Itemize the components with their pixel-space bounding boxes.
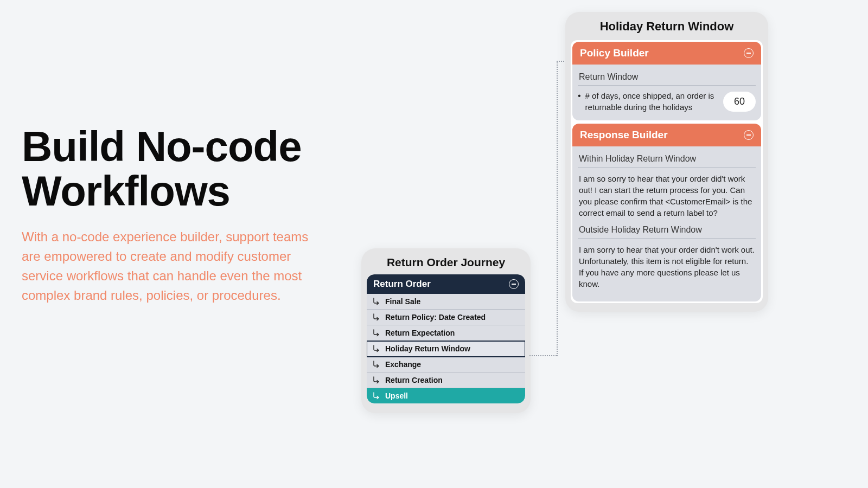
journey-row-final-sale[interactable]: Final Sale <box>367 294 525 310</box>
journey-row-label: Exchange <box>385 360 421 369</box>
policy-bullet-text: # of days, once shipped, an order is ret… <box>578 90 716 113</box>
collapse-icon[interactable] <box>509 279 519 289</box>
journey-row-exchange[interactable]: Exchange <box>367 357 525 373</box>
collapse-icon[interactable] <box>744 48 754 58</box>
subarrow-icon <box>372 329 381 337</box>
journey-row-label: Return Expectation <box>385 329 455 337</box>
journey-header[interactable]: Return Order <box>367 274 525 294</box>
policy-builder-body: Return Window # of days, once shipped, a… <box>572 65 761 120</box>
within-section-title: Within Holiday Return Window <box>578 152 756 168</box>
journey-row-return-creation[interactable]: Return Creation <box>367 373 525 388</box>
response-builder-header-label: Response Builder <box>580 129 668 141</box>
subarrow-icon <box>372 297 381 306</box>
policy-builder-header-label: Policy Builder <box>580 47 649 59</box>
journey-row-return-policy[interactable]: Return Policy: Date Created <box>367 310 525 325</box>
subarrow-icon <box>372 376 381 384</box>
subarrow-icon <box>372 391 381 400</box>
journey-card: Return Order Journey Return Order Final … <box>361 248 531 413</box>
journey-row-return-expectation[interactable]: Return Expectation <box>367 325 525 341</box>
journey-row-label: Holiday Return Window <box>385 344 470 353</box>
journey-header-label: Return Order <box>373 279 431 290</box>
journey-row-label: Return Policy: Date Created <box>385 313 486 322</box>
response-builder-body: Within Holiday Return Window I am so sor… <box>572 146 761 301</box>
subarrow-icon <box>372 344 381 353</box>
outside-section-title: Outside Holiday Return Window <box>578 223 756 239</box>
detail-card: Holiday Return Window Policy Builder Ret… <box>565 12 768 312</box>
journey-row-label: Final Sale <box>385 297 420 306</box>
within-response-text: I am so sorry to hear that your order di… <box>578 172 756 223</box>
policy-value-input[interactable]: 60 <box>723 92 756 112</box>
policy-section-title: Return Window <box>578 70 756 86</box>
connector-vertical <box>557 61 558 356</box>
response-builder: Response Builder Within Holiday Return W… <box>572 124 761 301</box>
detail-body: Policy Builder Return Window # of days, … <box>571 40 763 303</box>
policy-builder-header[interactable]: Policy Builder <box>572 42 761 65</box>
hero-headline: Build No-code Workflows <box>22 125 326 214</box>
subarrow-icon <box>372 313 381 322</box>
journey-row-upsell[interactable]: Upsell <box>367 388 525 403</box>
collapse-icon[interactable] <box>744 130 754 140</box>
journey-row-holiday-return-window[interactable]: Holiday Return Window <box>367 341 525 357</box>
detail-title: Holiday Return Window <box>571 20 763 34</box>
hero-subtext: With a no-code experience builder, suppo… <box>22 227 326 305</box>
journey-title: Return Order Journey <box>367 256 525 269</box>
response-builder-header[interactable]: Response Builder <box>572 124 761 146</box>
policy-bullet-label: # of days, once shipped, an order is ret… <box>585 90 716 113</box>
policy-builder: Policy Builder Return Window # of days, … <box>572 42 761 120</box>
connector-horizontal-1 <box>529 355 557 356</box>
outside-response-text: I am sorry to hear that your order didn'… <box>578 243 756 294</box>
journey-row-label: Return Creation <box>385 376 443 384</box>
journey-body: Return Order Final Sale Return Policy: D… <box>367 274 525 403</box>
subarrow-icon <box>372 360 381 369</box>
journey-row-label: Upsell <box>385 391 408 400</box>
